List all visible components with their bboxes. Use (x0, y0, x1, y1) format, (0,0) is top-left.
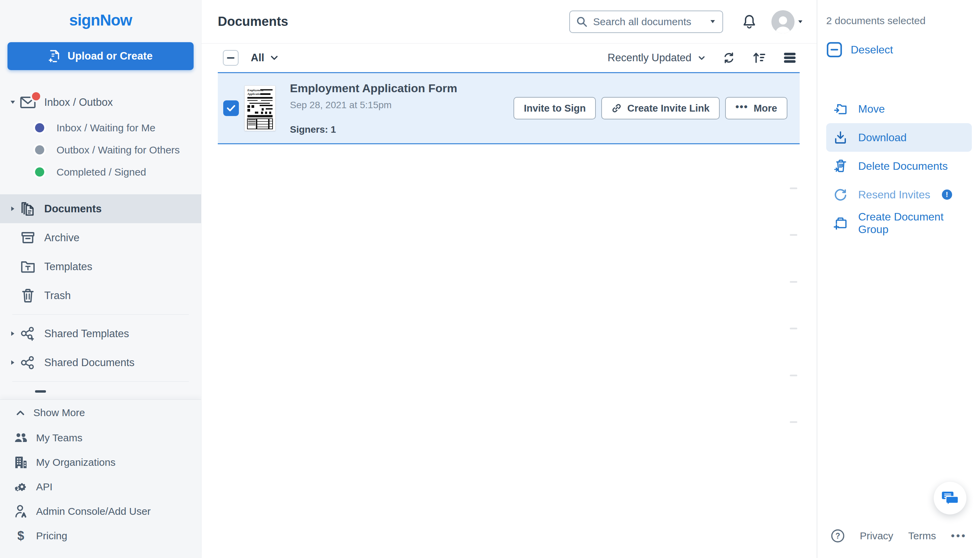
sidebar-item-outbox-waiting-for-others[interactable]: Outbox / Waiting for Others (0, 139, 201, 161)
chevron-down-icon[interactable] (8, 100, 17, 105)
sidebar-nav: Inbox / Outbox Inbox / Waiting for Me Ou… (0, 88, 201, 402)
sidebar-item-my-organizations[interactable]: My Organizations (0, 450, 201, 474)
sidebar-item-templates[interactable]: Templates (0, 252, 201, 281)
sidebar-item-label: API (36, 481, 53, 493)
chevron-right-icon[interactable] (8, 331, 17, 336)
list-view-icon[interactable] (783, 52, 796, 64)
search-input[interactable] (593, 16, 704, 28)
upload-button-label: Upload or Create (68, 50, 153, 62)
signnow-logo[interactable]: signNow (69, 11, 132, 29)
sidebar-item-documents[interactable]: Documents (0, 194, 201, 223)
sidebar-item-inbox-outbox[interactable]: Inbox / Outbox (0, 88, 201, 117)
sidebar-item-completed-signed[interactable]: Completed / Signed (0, 161, 201, 183)
create-invite-link-button[interactable]: Create Invite Link (601, 97, 720, 120)
sidebar-item-my-teams[interactable]: My Teams (0, 426, 201, 450)
filter-all-label: All (251, 52, 264, 64)
sidebar-item-label: Inbox / Outbox (44, 96, 113, 108)
show-more-panel: Show More My Teams (0, 399, 201, 558)
resend-refresh-icon (833, 188, 848, 202)
account-menu[interactable] (772, 10, 803, 33)
more-button-label: More (754, 103, 777, 114)
sidebar-item-label: Archive (44, 232, 79, 244)
document-date: Sep 28, 2021 at 5:15pm (290, 100, 514, 111)
sort-order-label: Recently Updated (608, 52, 691, 64)
dollar-icon: $ (13, 529, 29, 543)
sidebar-item-label: My Organizations (36, 456, 115, 468)
app-window: signNow Upload or Create (0, 0, 980, 558)
chevron-up-icon (16, 410, 25, 415)
chevron-right-icon[interactable] (8, 206, 17, 212)
move-folder-icon (833, 103, 848, 115)
document-checkbox-checked[interactable] (223, 100, 239, 116)
svg-text:Application: Application (247, 92, 262, 95)
list-placeholder-dash (790, 421, 797, 423)
sidebar-item-trash[interactable]: Trash (0, 281, 201, 310)
sort-direction-icon[interactable] (753, 52, 766, 64)
sidebar-item-admin-console[interactable]: Admin Console/Add User (0, 499, 201, 524)
search-box (569, 11, 723, 33)
upload-or-create-button[interactable]: Upload or Create (8, 42, 194, 70)
resend-invites-label: Resend Invites (858, 189, 930, 201)
main-header: Documents (202, 0, 817, 44)
selected-count-label: 2 documents selected (826, 15, 972, 26)
sidebar-item-label: Templates (44, 261, 92, 273)
sidebar: signNow Upload or Create (0, 0, 202, 558)
refresh-icon[interactable] (723, 52, 735, 64)
more-actions-button[interactable]: ••• More (725, 97, 787, 120)
api-gears-icon (13, 481, 29, 493)
trash-icon (19, 289, 37, 303)
outbox-status-dot (35, 145, 44, 154)
invite-to-sign-label: Invite to Sign (524, 103, 586, 114)
move-label: Move (858, 103, 885, 115)
sidebar-item-inbox-waiting-for-me[interactable]: Inbox / Waiting for Me (0, 117, 201, 139)
list-placeholder-dash (790, 234, 797, 236)
search-icon (576, 16, 588, 28)
clipped-icon (35, 390, 46, 393)
document-row[interactable]: Employment Application (218, 72, 799, 144)
show-more-toggle[interactable]: Show More (0, 400, 201, 426)
sidebar-item-label: Pricing (36, 530, 67, 542)
page-title: Documents (218, 14, 569, 29)
sidebar-item-label: My Teams (36, 432, 82, 444)
terms-link[interactable]: Terms (908, 530, 936, 542)
deselect-button[interactable]: Deselect (826, 41, 972, 58)
sidebar-subitem-label: Outbox / Waiting for Others (56, 144, 180, 156)
create-invite-link-label: Create Invite Link (627, 103, 709, 114)
create-document-group-action[interactable]: Create Document Group (826, 209, 972, 238)
document-row-actions: Invite to Sign Create Invite Link ••• Mo… (514, 97, 787, 120)
shared-documents-icon (19, 356, 37, 370)
delete-documents-action[interactable]: Delete Documents (826, 152, 972, 181)
list-placeholder-dash (790, 281, 797, 283)
help-icon[interactable]: ? (831, 529, 845, 543)
deselect-label: Deselect (851, 44, 893, 56)
sort-order-dropdown[interactable]: Recently Updated (608, 52, 705, 64)
invite-to-sign-button[interactable]: Invite to Sign (514, 97, 596, 120)
chevron-right-icon[interactable] (8, 359, 17, 366)
move-action[interactable]: Move (826, 95, 972, 123)
chat-support-button[interactable] (934, 482, 966, 514)
search-scope-caret-icon[interactable] (710, 20, 716, 24)
footer-more-icon[interactable]: ••• (951, 530, 967, 542)
deselect-minus-square-icon (826, 41, 842, 58)
resend-info-icon[interactable]: ! (942, 190, 952, 200)
notifications-bell-button[interactable] (742, 14, 757, 30)
sidebar-item-label: Admin Console/Add User (36, 505, 151, 517)
document-thumbnail[interactable]: Employment Application (244, 85, 276, 131)
sidebar-item-label: Documents (44, 203, 102, 215)
completed-status-dot (35, 167, 44, 177)
inbox-status-dot (35, 123, 44, 132)
sidebar-item-pricing[interactable]: $ Pricing (0, 524, 201, 548)
select-all-checkbox-indeterminate[interactable] (223, 50, 238, 66)
resend-invites-action[interactable]: Resend Invites ! (826, 181, 972, 209)
document-title[interactable]: Employment Application Form (290, 82, 514, 95)
sidebar-item-shared-templates[interactable]: Shared Templates (0, 319, 201, 348)
privacy-link[interactable]: Privacy (860, 530, 893, 542)
filter-all-dropdown[interactable]: All (251, 52, 278, 64)
upload-document-icon (49, 49, 61, 63)
sidebar-item-archive[interactable]: Archive (0, 223, 201, 252)
download-action[interactable]: Download (826, 123, 972, 152)
selection-actions: Move Download (826, 95, 972, 238)
sidebar-item-api[interactable]: API (0, 474, 201, 499)
sidebar-item-shared-documents[interactable]: Shared Documents (0, 348, 201, 377)
list-placeholder-dash (790, 374, 797, 376)
